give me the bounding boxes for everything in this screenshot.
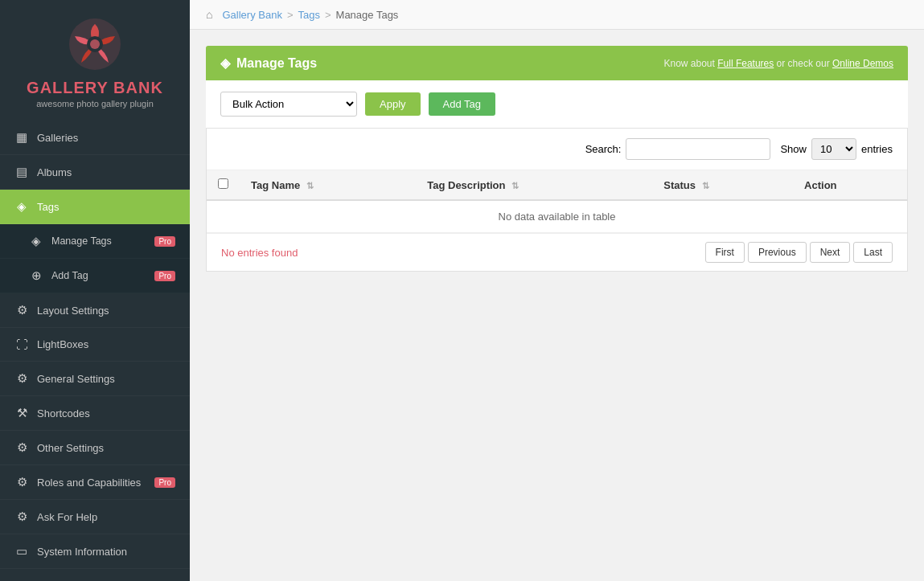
table-body: No data available in table xyxy=(207,200,907,233)
sidebar-item-label: Ask For Help xyxy=(37,511,97,523)
pro-badge: Pro xyxy=(154,236,175,247)
sort-icon-tag-name: ⇅ xyxy=(306,181,314,191)
sidebar-item-tags[interactable]: ◈ Tags xyxy=(0,190,190,224)
ask-help-icon: ⚙ xyxy=(14,509,29,524)
th-tag-name-label: Tag Name xyxy=(251,179,300,191)
svg-point-2 xyxy=(90,39,100,49)
online-demos-link[interactable]: Online Demos xyxy=(832,58,893,69)
page-title-text: Manage Tags xyxy=(236,56,317,71)
add-tag-button[interactable]: Add Tag xyxy=(429,92,495,116)
page-header: ◈ Manage Tags Know about Full Features o… xyxy=(206,46,908,80)
header-or-text: or check our xyxy=(777,58,830,69)
shortcodes-icon: ⚒ xyxy=(14,406,29,420)
sidebar-item-manage-tags[interactable]: ◈ Manage Tags Pro xyxy=(0,224,190,259)
th-tag-name[interactable]: Tag Name ⇅ xyxy=(240,170,416,200)
sidebar-item-label: Layout Settings xyxy=(37,305,109,317)
sidebar-item-layout-settings[interactable]: ⚙ Layout Settings xyxy=(0,293,190,328)
breadcrumb-gallery-bank[interactable]: Gallery Bank xyxy=(222,9,281,21)
previous-button[interactable]: Previous xyxy=(748,242,807,263)
bulk-action-select[interactable]: Bulk Action Delete xyxy=(220,92,357,117)
th-status[interactable]: Status ⇅ xyxy=(652,170,793,200)
no-entries-label: No entries found xyxy=(221,247,298,259)
first-button[interactable]: First xyxy=(705,242,745,263)
sidebar-item-lightboxes[interactable]: ⛶ LightBoxes xyxy=(0,328,190,362)
select-all-checkbox[interactable] xyxy=(218,178,228,189)
table-row-empty: No data available in table xyxy=(207,200,907,233)
sidebar-item-label: Shortcodes xyxy=(37,407,90,419)
sidebar-item-system-information[interactable]: ▭ System Information xyxy=(0,534,190,569)
breadcrumb-tags[interactable]: Tags xyxy=(298,9,319,21)
sidebar-item-label: Roles and Capabilities xyxy=(37,477,141,489)
home-icon: ⌂ xyxy=(206,8,212,21)
full-features-link[interactable]: Full Features xyxy=(717,58,774,69)
sidebar-item-premium-editions[interactable]: ⚷ Premium Editions xyxy=(0,569,190,581)
sidebar-logo: GALLERY BANK awesome photo gallery plugi… xyxy=(0,0,190,121)
th-tag-description[interactable]: Tag Description ⇅ xyxy=(416,170,652,200)
breadcrumb-current: Manage Tags xyxy=(336,9,399,21)
sidebar-item-roles-capabilities[interactable]: ⚙ Roles and Capabilities Pro xyxy=(0,465,190,500)
sidebar-item-general-settings[interactable]: ⚙ General Settings xyxy=(0,362,190,396)
sidebar-item-label: Galleries xyxy=(37,132,78,144)
galleries-icon: ▦ xyxy=(14,130,29,145)
last-button[interactable]: Last xyxy=(853,242,893,263)
sidebar-item-galleries[interactable]: ▦ Galleries xyxy=(0,121,190,155)
th-action: Action xyxy=(793,170,907,200)
header-info-text: Know about xyxy=(663,58,714,69)
sort-icon-tag-desc: ⇅ xyxy=(511,181,519,191)
sidebar-item-label: Albums xyxy=(37,166,72,178)
page-content: ◈ Manage Tags Know about Full Features o… xyxy=(190,30,924,288)
brand-name: GALLERY BANK xyxy=(27,79,163,97)
sidebar-item-albums[interactable]: ▤ Albums xyxy=(0,155,190,190)
other-settings-icon: ⚙ xyxy=(14,440,29,455)
show-label: Show xyxy=(780,143,807,155)
albums-icon: ▤ xyxy=(14,165,29,179)
tags-icon: ◈ xyxy=(14,199,29,214)
lightboxes-icon: ⛶ xyxy=(14,338,29,351)
sidebar-item-ask-for-help[interactable]: ⚙ Ask For Help xyxy=(0,500,190,534)
sidebar-item-label: Manage Tags xyxy=(51,235,112,247)
entries-label: entries xyxy=(861,143,893,155)
pro-badge-add: Pro xyxy=(154,271,175,281)
sidebar-submenu-tags: ◈ Manage Tags Pro ⊕ Add Tag Pro xyxy=(0,224,190,293)
sidebar-item-label: System Information xyxy=(37,546,127,558)
table-header: Tag Name ⇅ Tag Description ⇅ Status ⇅ xyxy=(207,170,907,200)
search-label: Search: xyxy=(585,143,622,155)
breadcrumb-sep-2: > xyxy=(287,9,294,21)
toolbar: Bulk Action Delete Apply Add Tag xyxy=(206,80,908,129)
empty-message: No data available in table xyxy=(207,200,907,233)
th-status-label: Status xyxy=(663,179,696,191)
sidebar-item-label: Tags xyxy=(37,201,59,213)
brand-tagline: awesome photo gallery plugin xyxy=(36,99,154,108)
th-checkbox xyxy=(207,170,240,200)
roles-icon: ⚙ xyxy=(14,475,29,489)
table-header-row: Tag Name ⇅ Tag Description ⇅ Status ⇅ xyxy=(207,170,907,200)
apply-button[interactable]: Apply xyxy=(365,92,421,116)
table-footer: No entries found First Previous Next Las… xyxy=(207,233,907,271)
breadcrumb: ⌂ Gallery Bank > Tags > Manage Tags xyxy=(190,0,924,30)
sidebar-item-label: General Settings xyxy=(37,373,115,385)
manage-tags-icon: ◈ xyxy=(29,234,43,248)
show-group: Show 10 25 50 100 entries xyxy=(780,138,893,160)
sidebar-item-label: Other Settings xyxy=(37,442,104,454)
sidebar: GALLERY BANK awesome photo gallery plugi… xyxy=(0,0,190,581)
sidebar-item-add-tag[interactable]: ⊕ Add Tag Pro xyxy=(0,259,190,293)
pagination: First Previous Next Last xyxy=(705,242,893,263)
header-links: Know about Full Features or check our On… xyxy=(663,58,893,69)
page-title: ◈ Manage Tags xyxy=(220,55,317,71)
th-tag-desc-label: Tag Description xyxy=(427,179,505,191)
show-entries-select[interactable]: 10 25 50 100 xyxy=(811,138,856,160)
table-section: Search: Show 10 25 50 100 entries xyxy=(206,129,908,272)
next-button[interactable]: Next xyxy=(810,242,851,263)
search-group: Search: xyxy=(585,138,771,160)
page-title-icon: ◈ xyxy=(220,55,230,71)
logo-icon xyxy=(67,16,123,72)
table-controls: Search: Show 10 25 50 100 entries xyxy=(207,129,907,170)
th-action-label: Action xyxy=(804,179,836,191)
system-info-icon: ▭ xyxy=(14,544,29,558)
sidebar-item-other-settings[interactable]: ⚙ Other Settings xyxy=(0,431,190,465)
search-input[interactable] xyxy=(626,138,770,160)
tags-table: Tag Name ⇅ Tag Description ⇅ Status ⇅ xyxy=(207,170,907,233)
general-settings-icon: ⚙ xyxy=(14,371,29,386)
layout-settings-icon: ⚙ xyxy=(14,303,29,317)
sidebar-item-shortcodes[interactable]: ⚒ Shortcodes xyxy=(0,396,190,431)
